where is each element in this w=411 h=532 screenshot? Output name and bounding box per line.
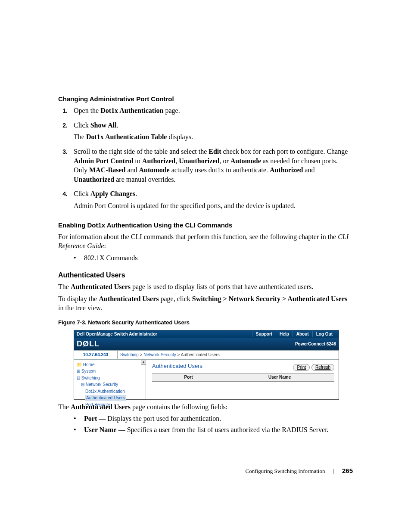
list-item: Port — Displays the port used for authen…	[74, 414, 353, 423]
window-titlebar: Dell OpenManage Switch Administrator Sup…	[74, 330, 339, 338]
screenshot: Dell OpenManage Switch Administrator Sup…	[74, 330, 339, 400]
cli-intro: For information about the CLI commands t…	[58, 232, 353, 251]
figure-caption: Figure 7-3. Network Security Authenticat…	[58, 319, 353, 327]
text: in the tree view.	[58, 304, 102, 311]
text-bold: Show All	[90, 121, 117, 129]
tree-switching[interactable]: ⊟ Switching	[77, 375, 145, 382]
text: page is used to display lists of ports t…	[131, 283, 313, 290]
text: Admin Port Control is updated for the sp…	[74, 201, 353, 211]
text: to	[133, 157, 142, 165]
page-footer: Configuring Switching Information 265	[246, 467, 353, 475]
crumb-authenticated-users: Authenticated Users	[181, 352, 220, 357]
text-bold: Port	[84, 415, 97, 422]
brand-row: DØLL PowerConnect 6248	[74, 338, 339, 350]
paragraph: The Authenticated Users page is used to …	[58, 282, 353, 292]
text-bold: Dot1x Authentication Table	[86, 133, 167, 140]
nav-support[interactable]: Support	[252, 331, 276, 337]
crumb-switching[interactable]: Switching	[120, 352, 139, 357]
text: ,	[175, 157, 179, 165]
page: Changing Administrative Port Control 1. …	[0, 0, 411, 532]
text-bold: Dot1x Authentication	[100, 107, 163, 114]
footer-section: Configuring Switching Information	[246, 468, 325, 474]
main-area: ▴ 📁 Home ⊞ System ⊟ Switching ⊟ Network …	[74, 360, 339, 399]
text-bold: User Name	[84, 426, 117, 433]
text: .	[117, 121, 118, 129]
subheading-cli: Enabling Dot1x Authentication Using the …	[58, 221, 353, 230]
tree-home[interactable]: 📁 Home	[77, 361, 145, 368]
step-number: 4.	[58, 189, 74, 213]
text: The	[58, 283, 71, 290]
data-table: Port User Name	[152, 373, 334, 382]
nav-tree: ▴ 📁 Home ⊞ System ⊟ Switching ⊟ Network …	[74, 360, 146, 399]
content-title: Authenticated Users	[152, 362, 291, 373]
tree-port-security[interactable]: Port Security	[77, 401, 145, 408]
text-bold: Edit	[209, 148, 221, 155]
text: — Displays the port used for authenticat…	[97, 415, 221, 422]
print-button[interactable]: Print	[293, 364, 310, 371]
text: Click	[74, 190, 90, 197]
text: .	[135, 190, 137, 197]
text-bold: Unauthorized	[74, 176, 114, 183]
step-body: Scroll to the right side of the table an…	[74, 147, 353, 187]
text: The	[74, 133, 86, 140]
nav-help[interactable]: Help	[276, 331, 293, 337]
ip-address: 10.27.64.243	[74, 351, 118, 359]
steps-list: 1. Open the Dot1x Authentication page. 2…	[58, 106, 353, 213]
crumb-network-security[interactable]: Network Security	[143, 352, 176, 357]
text: page, click	[159, 295, 192, 302]
text-bold: Admin Port Control	[74, 157, 133, 165]
footer-separator	[333, 469, 334, 474]
text-bold: Apply Changes	[90, 190, 135, 197]
text: check box for each port to configure. Ch…	[221, 148, 348, 155]
step-body: Open the Dot1x Authentication page.	[74, 106, 353, 118]
text: The	[58, 403, 71, 411]
text: Click	[74, 121, 90, 129]
text: are manual overrides.	[114, 176, 175, 183]
text: and	[303, 166, 314, 174]
step-body: Click Apply Changes. Admin Port Control …	[74, 189, 353, 213]
breadcrumb: Switching > Network Security > Authentic…	[118, 351, 339, 359]
text: displays.	[167, 133, 193, 140]
text-bold: Unauthorized	[179, 157, 219, 165]
paragraph: To display the Authenticated Users page,…	[58, 294, 353, 313]
text-bold: Automode	[139, 166, 170, 174]
text-bold: Automode	[230, 157, 261, 165]
text: and	[125, 166, 139, 174]
text: — Specifies a user from the list of user…	[117, 426, 329, 433]
step-body: Click Show All. The Dot1x Authentication…	[74, 121, 353, 144]
step-number: 2.	[58, 121, 74, 144]
tree-network-security[interactable]: ⊟ Network Security	[77, 381, 145, 388]
text-bold: Authorized	[142, 157, 175, 165]
nav-about[interactable]: About	[293, 331, 312, 337]
text: Scroll to the right side of the table an…	[74, 148, 209, 155]
tree-dot1x[interactable]: Dot1x Authentication	[77, 388, 145, 395]
text-bold: MAC-Based	[89, 166, 125, 174]
window-title: Dell OpenManage Switch Administrator	[77, 331, 252, 337]
section-authenticated-users: Authenticated Users	[58, 271, 353, 280]
text: To display the	[58, 295, 99, 302]
tree-system[interactable]: ⊞ System	[77, 368, 145, 375]
step-number: 1.	[58, 106, 74, 118]
col-port: Port	[152, 373, 225, 382]
step-number: 3.	[58, 147, 74, 187]
model-label: PowerConnect 6248	[295, 341, 336, 347]
scroll-up-icon[interactable]: ▴	[141, 360, 146, 365]
tree-authenticated-users[interactable]: Authenticated Users	[77, 395, 145, 401]
cli-bullets: 802.1X Commands	[58, 253, 353, 263]
text: page.	[163, 107, 180, 114]
text: For information about the CLI commands t…	[58, 233, 338, 240]
nav-logout[interactable]: Log Out	[312, 331, 336, 337]
text: actually uses dot1x to authenticate.	[170, 166, 270, 174]
page-number: 265	[342, 467, 353, 474]
text-bold: Authenticated Users	[99, 295, 159, 302]
text: :	[104, 242, 106, 249]
dell-logo: DØLL	[77, 339, 100, 349]
text-bold: Authorized	[270, 166, 303, 174]
text-bold: Switching > Network Security > Authentic…	[192, 295, 347, 302]
col-user-name: User Name	[225, 373, 334, 382]
text: Open the	[74, 107, 100, 114]
subheading-changing-port-control: Changing Administrative Port Control	[58, 95, 353, 103]
list-item: User Name — Specifies a user from the li…	[74, 425, 353, 435]
refresh-button[interactable]: Refresh	[311, 364, 334, 371]
list-item: 802.1X Commands	[74, 253, 353, 263]
